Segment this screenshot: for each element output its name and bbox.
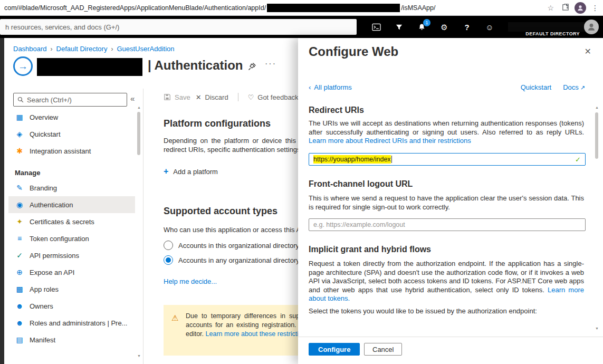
- roles-administrators-icon: ☻: [15, 319, 24, 327]
- breadcrumb-separator-icon: ›: [111, 45, 113, 53]
- docs-link[interactable]: Docs↗: [563, 83, 585, 91]
- warning-triangle-icon: ⚠: [171, 313, 178, 323]
- implicit-desc-text: Request a token directly from the author…: [309, 260, 584, 294]
- sidebar-item-owners[interactable]: ☻ Owners: [8, 298, 135, 314]
- scroll-up-icon[interactable]: ▲: [594, 106, 600, 109]
- search-icon: [17, 97, 24, 103]
- feedback-button[interactable]: ♡ Got feedback?: [248, 93, 302, 101]
- sidebar-item-expose-api[interactable]: ⊕ Expose an API: [8, 264, 135, 281]
- save-label: Save: [175, 93, 190, 101]
- sidebar-item-api-permissions[interactable]: ✓ API permissions: [8, 247, 135, 264]
- breadcrumb-dashboard[interactable]: Dashboard: [13, 45, 47, 53]
- sidebar-search[interactable]: [13, 93, 127, 107]
- screen: com/#blade/Microsoft_AAD_RegisteredApps/…: [0, 0, 603, 364]
- url-text-suffix: /isMSAApp/: [401, 4, 435, 12]
- scroll-up-icon[interactable]: ▲: [136, 106, 142, 109]
- branding-icon: ✎: [15, 184, 24, 192]
- sidebar-item-overview[interactable]: ▦ Overview: [8, 109, 135, 126]
- sidebar-scrollbar[interactable]: ▲ ▼: [136, 106, 142, 358]
- sidebar-item-app-roles[interactable]: ▩ App roles: [8, 281, 135, 298]
- sidebar-item-label: API permissions: [30, 252, 79, 260]
- filter-icon[interactable]: [394, 22, 404, 32]
- authentication-icon: ◉: [15, 200, 24, 209]
- sidebar-item-branding[interactable]: ✎ Branding: [8, 179, 135, 196]
- sidebar-item-token-configuration[interactable]: ≡ Token configuration: [8, 230, 135, 247]
- toolbar-divider: [238, 93, 238, 101]
- configure-button[interactable]: Configure: [309, 343, 360, 356]
- app-logo-icon: →: [13, 56, 33, 76]
- help-icon[interactable]: ?: [462, 22, 472, 32]
- save-icon: [164, 93, 171, 101]
- front-channel-logout-heading: Front-channel logout URL: [309, 179, 413, 189]
- docs-label: Docs: [563, 83, 579, 91]
- radio-multitenant[interactable]: [164, 255, 173, 265]
- sidebar-divider: [143, 89, 143, 364]
- redirect-uri-input[interactable]: https://youapp/home/index ✓: [309, 153, 586, 166]
- account-avatar[interactable]: [584, 20, 599, 34]
- topbar-icons: 1 ⚙ ? ☺: [371, 22, 494, 32]
- page-title: | Authentication: [148, 58, 243, 73]
- close-icon[interactable]: ✕: [585, 46, 591, 56]
- breadcrumb: Dashboard › Default Directory › GuestUse…: [13, 45, 175, 53]
- all-platforms-back-link[interactable]: ‹ All platforms: [309, 83, 352, 91]
- sidebar-item-authentication[interactable]: ◉ Authentication: [8, 196, 135, 213]
- help-me-decide-link[interactable]: Help me decide...: [164, 277, 217, 285]
- pin-icon[interactable]: [248, 62, 256, 73]
- sidebar-nav: ▦ Overview ◈ Quickstart ✱ Integration as…: [8, 109, 135, 348]
- browser-bar: com/#blade/Microsoft_AAD_RegisteredApps/…: [0, 0, 603, 16]
- scrollbar-thumb[interactable]: [595, 112, 598, 159]
- settings-gear-icon[interactable]: ⚙: [439, 22, 449, 32]
- cancel-button[interactable]: Cancel: [364, 343, 402, 356]
- radio-single-tenant[interactable]: [164, 241, 173, 250]
- sidebar-item-label: Quickstart: [30, 130, 61, 138]
- sidebar-item-roles-administrators[interactable]: ☻ Roles and administrators | Pre...: [8, 314, 135, 331]
- sidebar-item-label: Authentication: [30, 201, 73, 209]
- quickstart-link[interactable]: Quickstart: [521, 83, 552, 91]
- sidebar-collapse-icon[interactable]: «: [130, 94, 135, 103]
- add-platform-button[interactable]: + Add a platform: [164, 167, 218, 176]
- sidebar-item-quickstart[interactable]: ◈ Quickstart: [8, 126, 135, 142]
- configure-web-panel: Configure Web ✕ ‹ All platforms Quicksta…: [298, 38, 603, 364]
- global-search-input[interactable]: h resources, services, and docs (G+/): [0, 19, 357, 35]
- breadcrumb-directory[interactable]: Default Directory: [56, 45, 108, 53]
- notifications-bell-icon[interactable]: 1: [417, 22, 426, 32]
- redirect-learn-more-link[interactable]: Learn more about Redirect URIs and their…: [309, 137, 471, 145]
- discard-label: Discard: [205, 93, 228, 101]
- scrollbar-thumb[interactable]: [137, 112, 140, 155]
- cloud-shell-icon[interactable]: [371, 22, 381, 32]
- integration-assistant-icon: ✱: [15, 147, 24, 155]
- app-roles-icon: ▩: [15, 285, 24, 293]
- browser-profile-avatar[interactable]: [575, 2, 586, 14]
- redacted-app-name: [37, 58, 142, 76]
- panel-scrollbar[interactable]: ▲ ▼: [594, 106, 600, 330]
- redirect-desc-text: The URIs we will accept as destinations …: [309, 119, 584, 136]
- sidebar-item-certificates-secrets[interactable]: ✦ Certificates & secrets: [8, 213, 135, 230]
- manifest-icon: ▤: [15, 336, 24, 344]
- command-bar: Save ✕ Discard ♡ Got feedback?: [164, 93, 302, 101]
- save-button[interactable]: Save: [164, 93, 190, 101]
- panel-top-links: Quickstart Docs↗: [521, 83, 585, 91]
- quickstart-icon: ◈: [15, 130, 24, 138]
- more-options-icon[interactable]: ···: [265, 59, 276, 69]
- all-platforms-label: All platforms: [314, 83, 352, 91]
- implicit-grant-heading: Implicit grant and hybrid flows: [309, 245, 431, 254]
- sidebar-item-manifest[interactable]: ▤ Manifest: [8, 331, 135, 348]
- breadcrumb-app[interactable]: GuestUserAddition: [117, 45, 174, 53]
- sidebar-search-input[interactable]: [27, 96, 123, 104]
- token-configuration-icon: ≡: [15, 234, 24, 243]
- external-link-icon: ↗: [580, 84, 585, 91]
- scroll-down-icon[interactable]: ▼: [136, 354, 142, 358]
- scroll-down-icon[interactable]: ▼: [594, 327, 600, 330]
- browser-menu-icon[interactable]: ⋮: [591, 4, 599, 12]
- sidebar-item-integration-assistant[interactable]: ✱ Integration assistant: [8, 142, 135, 159]
- extensions-puzzle-icon[interactable]: [561, 3, 569, 13]
- address-bar[interactable]: com/#blade/Microsoft_AAD_RegisteredApps/…: [4, 2, 556, 14]
- discard-button[interactable]: ✕ Discard: [196, 93, 228, 101]
- certificates-key-icon: ✦: [15, 217, 24, 226]
- feedback-smiley-icon[interactable]: ☺: [485, 22, 494, 32]
- bookmark-star-icon[interactable]: ☆: [545, 4, 556, 12]
- warning-restrictions-link[interactable]: Learn more about these restrictions.: [206, 330, 311, 338]
- sidebar-item-label: Owners: [30, 302, 53, 310]
- logout-url-input[interactable]: [309, 218, 586, 231]
- implicit-grant-desc: Request a token directly from the author…: [309, 260, 584, 303]
